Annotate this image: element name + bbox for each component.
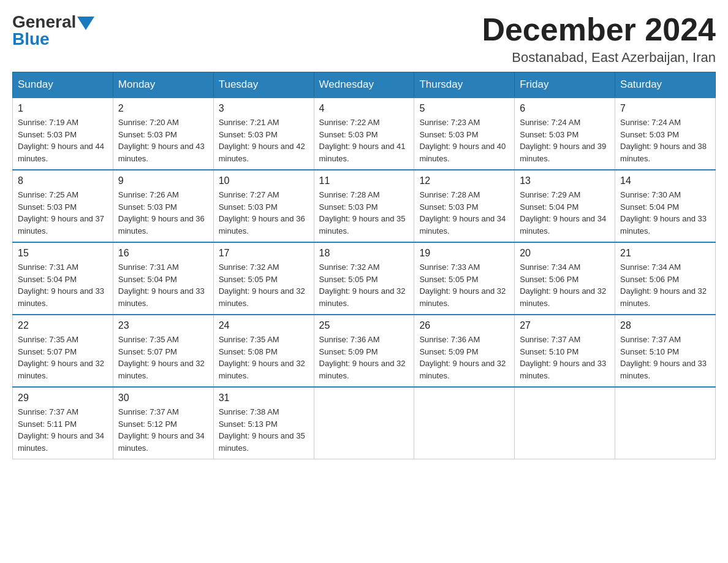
month-title: December 2024 [482, 12, 716, 47]
calendar-week-row: 15 Sunrise: 7:31 AM Sunset: 5:04 PM Dayl… [13, 242, 716, 315]
location: Bostanabad, East Azerbaijan, Iran [482, 50, 716, 66]
calendar-day-cell: 6 Sunrise: 7:24 AM Sunset: 5:03 PM Dayli… [515, 98, 615, 170]
calendar-day-cell: 23 Sunrise: 7:35 AM Sunset: 5:07 PM Dayl… [113, 315, 213, 387]
calendar-week-row: 22 Sunrise: 7:35 AM Sunset: 5:07 PM Dayl… [13, 315, 716, 387]
calendar-day-cell: 13 Sunrise: 7:29 AM Sunset: 5:04 PM Dayl… [515, 170, 615, 242]
calendar-week-row: 29 Sunrise: 7:37 AM Sunset: 5:11 PM Dayl… [13, 387, 716, 459]
calendar-day-cell [515, 387, 615, 459]
day-info: Sunrise: 7:19 AM Sunset: 5:03 PM Dayligh… [18, 117, 108, 164]
day-info: Sunrise: 7:24 AM Sunset: 5:03 PM Dayligh… [520, 117, 610, 164]
calendar-day-cell: 31 Sunrise: 7:38 AM Sunset: 5:13 PM Dayl… [213, 387, 314, 459]
calendar-day-cell: 8 Sunrise: 7:25 AM Sunset: 5:03 PM Dayli… [13, 170, 113, 242]
calendar-day-cell: 19 Sunrise: 7:33 AM Sunset: 5:05 PM Dayl… [414, 242, 515, 315]
day-info: Sunrise: 7:37 AM Sunset: 5:10 PM Dayligh… [520, 334, 610, 381]
calendar-day-cell [314, 387, 414, 459]
day-info: Sunrise: 7:21 AM Sunset: 5:03 PM Dayligh… [219, 117, 309, 164]
day-info: Sunrise: 7:26 AM Sunset: 5:03 PM Dayligh… [118, 189, 208, 237]
day-number: 4 [319, 103, 409, 114]
day-number: 5 [419, 103, 509, 114]
day-number: 24 [219, 320, 309, 331]
calendar-day-cell: 5 Sunrise: 7:23 AM Sunset: 5:03 PM Dayli… [414, 98, 515, 170]
day-number: 2 [118, 103, 208, 114]
day-number: 21 [620, 248, 710, 259]
calendar-day-cell: 1 Sunrise: 7:19 AM Sunset: 5:03 PM Dayli… [13, 98, 113, 170]
day-number: 13 [520, 175, 610, 186]
calendar-header-monday: Monday [113, 72, 213, 98]
calendar-day-cell: 7 Sunrise: 7:24 AM Sunset: 5:03 PM Dayli… [615, 98, 716, 170]
calendar-header-tuesday: Tuesday [213, 72, 314, 98]
calendar-week-row: 1 Sunrise: 7:19 AM Sunset: 5:03 PM Dayli… [13, 98, 716, 170]
day-info: Sunrise: 7:28 AM Sunset: 5:03 PM Dayligh… [319, 189, 409, 237]
day-number: 17 [219, 248, 309, 259]
day-number: 22 [18, 320, 108, 331]
day-info: Sunrise: 7:31 AM Sunset: 5:04 PM Dayligh… [118, 261, 208, 309]
day-info: Sunrise: 7:38 AM Sunset: 5:13 PM Dayligh… [219, 406, 309, 454]
day-info: Sunrise: 7:37 AM Sunset: 5:12 PM Dayligh… [118, 406, 208, 454]
calendar-week-row: 8 Sunrise: 7:25 AM Sunset: 5:03 PM Dayli… [13, 170, 716, 242]
day-info: Sunrise: 7:20 AM Sunset: 5:03 PM Dayligh… [118, 117, 208, 164]
calendar-day-cell: 18 Sunrise: 7:32 AM Sunset: 5:05 PM Dayl… [314, 242, 414, 315]
calendar-header-friday: Friday [515, 72, 615, 98]
day-info: Sunrise: 7:28 AM Sunset: 5:03 PM Dayligh… [419, 189, 509, 237]
day-number: 27 [520, 320, 610, 331]
calendar-header-row: SundayMondayTuesdayWednesdayThursdayFrid… [13, 72, 716, 98]
calendar-day-cell: 3 Sunrise: 7:21 AM Sunset: 5:03 PM Dayli… [213, 98, 314, 170]
calendar-day-cell: 27 Sunrise: 7:37 AM Sunset: 5:10 PM Dayl… [515, 315, 615, 387]
calendar-day-cell: 11 Sunrise: 7:28 AM Sunset: 5:03 PM Dayl… [314, 170, 414, 242]
calendar-day-cell: 15 Sunrise: 7:31 AM Sunset: 5:04 PM Dayl… [13, 242, 113, 315]
day-info: Sunrise: 7:24 AM Sunset: 5:03 PM Dayligh… [620, 117, 710, 164]
day-info: Sunrise: 7:36 AM Sunset: 5:09 PM Dayligh… [419, 334, 509, 381]
day-number: 23 [118, 320, 208, 331]
day-info: Sunrise: 7:37 AM Sunset: 5:10 PM Dayligh… [620, 334, 710, 381]
page-header: General Blue December 2024 Bostanabad, E… [12, 12, 716, 66]
calendar-day-cell: 21 Sunrise: 7:34 AM Sunset: 5:06 PM Dayl… [615, 242, 716, 315]
day-info: Sunrise: 7:23 AM Sunset: 5:03 PM Dayligh… [419, 117, 509, 164]
day-number: 11 [319, 175, 409, 186]
day-number: 25 [319, 320, 409, 331]
calendar-day-cell [615, 387, 716, 459]
day-info: Sunrise: 7:34 AM Sunset: 5:06 PM Dayligh… [620, 261, 710, 309]
calendar-day-cell: 10 Sunrise: 7:27 AM Sunset: 5:03 PM Dayl… [213, 170, 314, 242]
calendar-header-wednesday: Wednesday [314, 72, 414, 98]
title-section: December 2024 Bostanabad, East Azerbaija… [482, 12, 716, 66]
day-number: 9 [118, 175, 208, 186]
calendar-day-cell: 25 Sunrise: 7:36 AM Sunset: 5:09 PM Dayl… [314, 315, 414, 387]
day-number: 30 [118, 393, 208, 404]
day-number: 26 [419, 320, 509, 331]
day-number: 3 [219, 103, 309, 114]
day-info: Sunrise: 7:35 AM Sunset: 5:07 PM Dayligh… [118, 334, 208, 381]
day-info: Sunrise: 7:36 AM Sunset: 5:09 PM Dayligh… [319, 334, 409, 381]
day-info: Sunrise: 7:34 AM Sunset: 5:06 PM Dayligh… [520, 261, 610, 309]
day-number: 31 [219, 393, 309, 404]
logo-blue-text: Blue [12, 29, 50, 49]
calendar-header-saturday: Saturday [615, 72, 716, 98]
day-info: Sunrise: 7:33 AM Sunset: 5:05 PM Dayligh… [419, 261, 509, 309]
calendar-day-cell: 20 Sunrise: 7:34 AM Sunset: 5:06 PM Dayl… [515, 242, 615, 315]
day-info: Sunrise: 7:30 AM Sunset: 5:04 PM Dayligh… [620, 189, 710, 237]
calendar-day-cell: 2 Sunrise: 7:20 AM Sunset: 5:03 PM Dayli… [113, 98, 213, 170]
day-number: 16 [118, 248, 208, 259]
day-info: Sunrise: 7:31 AM Sunset: 5:04 PM Dayligh… [18, 261, 108, 309]
calendar-day-cell: 28 Sunrise: 7:37 AM Sunset: 5:10 PM Dayl… [615, 315, 716, 387]
day-info: Sunrise: 7:35 AM Sunset: 5:08 PM Dayligh… [219, 334, 309, 381]
day-number: 10 [219, 175, 309, 186]
day-number: 1 [18, 103, 108, 114]
logo-arrow-icon [77, 17, 94, 30]
day-number: 19 [419, 248, 509, 259]
calendar-day-cell: 30 Sunrise: 7:37 AM Sunset: 5:12 PM Dayl… [113, 387, 213, 459]
day-number: 12 [419, 175, 509, 186]
day-info: Sunrise: 7:35 AM Sunset: 5:07 PM Dayligh… [18, 334, 108, 381]
day-info: Sunrise: 7:25 AM Sunset: 5:03 PM Dayligh… [18, 189, 108, 237]
calendar-header-sunday: Sunday [13, 72, 113, 98]
day-number: 18 [319, 248, 409, 259]
calendar-day-cell [414, 387, 515, 459]
day-number: 15 [18, 248, 108, 259]
day-number: 7 [620, 103, 710, 114]
day-number: 6 [520, 103, 610, 114]
day-info: Sunrise: 7:22 AM Sunset: 5:03 PM Dayligh… [319, 117, 409, 164]
calendar-day-cell: 12 Sunrise: 7:28 AM Sunset: 5:03 PM Dayl… [414, 170, 515, 242]
day-number: 8 [18, 175, 108, 186]
calendar-day-cell: 4 Sunrise: 7:22 AM Sunset: 5:03 PM Dayli… [314, 98, 414, 170]
calendar-day-cell: 14 Sunrise: 7:30 AM Sunset: 5:04 PM Dayl… [615, 170, 716, 242]
calendar-day-cell: 22 Sunrise: 7:35 AM Sunset: 5:07 PM Dayl… [13, 315, 113, 387]
